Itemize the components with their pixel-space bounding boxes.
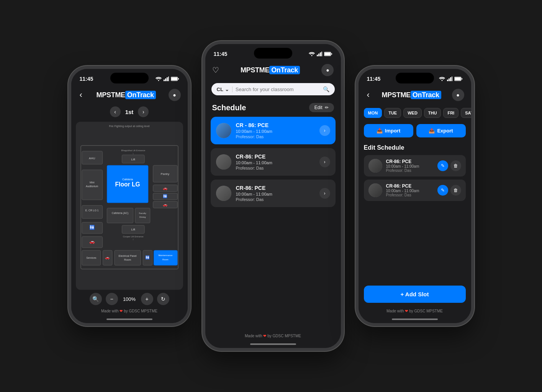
schedule-card-active[interactable]: CR - 86: PCE 10:00am - 11:00am Professor… — [211, 117, 336, 144]
edit-card-room-1: CR-86: PCE — [386, 159, 434, 164]
footer-1: Made with ❤ by GDSC MPSTME — [71, 307, 188, 317]
time-2: 11:45 — [214, 51, 228, 57]
floor-prev-button[interactable]: ‹ — [110, 106, 121, 117]
card-room-2: CR-86: PCE — [236, 154, 315, 160]
svg-rect-2 — [167, 77, 168, 81]
card-info-1: CR - 86: PCE 10:00am - 11:00am Professor… — [236, 122, 315, 139]
add-slot-button[interactable]: + Add Slot — [364, 286, 466, 303]
day-tue[interactable]: TUE — [384, 108, 401, 118]
svg-rect-56 — [317, 55, 318, 56]
phone-1: 11:45 ‹ MPSTMEOnTrack ● ‹ 1st › Fire Fig… — [68, 66, 191, 326]
reset-button[interactable]: ↻ — [157, 293, 169, 305]
svg-text:Dining: Dining — [139, 216, 146, 218]
svg-rect-61 — [324, 52, 331, 56]
export-button[interactable]: 📤 Export — [416, 124, 466, 137]
edit-pencil-button-2[interactable]: ✎ — [437, 185, 448, 196]
edit-button[interactable]: Edit ✏ — [309, 103, 334, 112]
time-3: 11:45 — [367, 76, 381, 82]
day-fri[interactable]: FRI — [443, 108, 458, 118]
edit-avatar-1 — [368, 159, 382, 173]
app-header-1: ‹ MPSTMEOnTrack ● — [71, 86, 188, 105]
floor-navigation: ‹ 1st › — [71, 105, 188, 120]
zoom-out-button[interactable]: − — [106, 293, 118, 305]
search-bar[interactable]: CL ⌄ 🔍 — [211, 83, 335, 95]
svg-rect-6 — [178, 78, 179, 80]
notification-button[interactable]: ♡ — [212, 65, 219, 75]
delete-button-1[interactable]: 🗑 — [450, 160, 461, 171]
settings-button-2[interactable]: ● — [321, 64, 334, 76]
day-mon[interactable]: MON — [364, 108, 382, 118]
search-prefix: CL ⌄ — [217, 87, 233, 92]
wifi-icon-2 — [309, 52, 315, 56]
map-controls: 🔍 − 100% + ↻ — [71, 290, 188, 307]
svg-text:Services: Services — [86, 256, 97, 259]
phone-3: 11:45 ‹ MPSTMEOnTrack ● MON TUE WED THU … — [355, 66, 474, 326]
svg-text:🚻: 🚻 — [162, 194, 167, 199]
schedule-list: CR - 86: PCE 10:00am - 11:00am Professor… — [205, 117, 341, 207]
edit-card-prof-1: Professor: Das — [386, 168, 434, 173]
svg-text:Cooper Lift Entrance: Cooper Lift Entrance — [123, 235, 143, 238]
signal-icon-2 — [317, 52, 322, 56]
battery-icon-3 — [454, 77, 463, 81]
status-icons-2 — [309, 52, 332, 56]
day-thu[interactable]: THU — [424, 108, 441, 118]
delete-button-2[interactable]: 🗑 — [450, 185, 461, 196]
footer-2: Made with ❤ by GDSC MPSTME — [205, 332, 341, 342]
home-indicator-1 — [106, 318, 152, 320]
export-icon: 📤 — [429, 128, 435, 134]
schedule-title: Schedule — [212, 103, 246, 112]
svg-text:🚗: 🚗 — [162, 202, 167, 207]
schedule-header: Schedule Edit ✏ — [205, 100, 341, 117]
svg-text:Room: Room — [162, 258, 169, 261]
import-export-row: 📥 Import 📤 Export — [359, 121, 471, 140]
dynamic-island-2 — [254, 48, 292, 59]
schedule-card-2[interactable]: CR-86: PCE 10:00am - 11:00am Professor: … — [211, 148, 336, 176]
settings-button-3[interactable]: ● — [452, 89, 464, 101]
svg-rect-69 — [462, 78, 462, 80]
edit-card-info-2: CR-86: PCE 10:00am - 11:00am Professor: … — [386, 183, 434, 197]
card-arrow-1: › — [319, 125, 330, 136]
edit-avatar-2 — [368, 183, 382, 197]
zoom-in-button[interactable]: + — [141, 293, 153, 305]
search-input[interactable] — [236, 87, 320, 92]
svg-text:Lift: Lift — [131, 158, 135, 161]
floor-next-button[interactable]: › — [138, 106, 149, 117]
svg-rect-62 — [331, 53, 332, 55]
edit-card-room-2: CR-86: PCE — [386, 183, 434, 189]
home-indicator-2 — [250, 343, 296, 345]
card-time-1: 10:00am - 11:00am — [236, 129, 315, 134]
svg-rect-66 — [452, 77, 452, 81]
edit-card-1: CR-86: PCE 10:00am - 11:00am Professor: … — [364, 155, 466, 176]
app-title-2: MPSTMEOnTrack — [241, 66, 300, 74]
svg-text:🚗: 🚗 — [89, 239, 95, 244]
edit-card-2: CR-86: PCE 10:00am - 11:00am Professor: … — [364, 180, 466, 201]
edit-card-time-1: 10:00am - 11:00am — [386, 164, 434, 168]
zoom-search-button[interactable]: 🔍 — [90, 293, 102, 305]
phone-2: 11:45 ♡ MPSTMEOnTrack ● CL ⌄ 🔍 — [202, 41, 344, 351]
day-wed[interactable]: WED — [403, 108, 422, 118]
edit-pencil-button-1[interactable]: ✎ — [437, 160, 448, 171]
card-avatar-2 — [216, 154, 231, 170]
settings-button-1[interactable]: ● — [169, 89, 181, 101]
svg-rect-3 — [168, 77, 169, 81]
status-icons-3 — [439, 77, 463, 81]
edit-card-info-1: CR-86: PCE 10:00am - 11:00am Professor: … — [386, 159, 434, 173]
svg-text:🚻: 🚻 — [145, 255, 150, 260]
wifi-icon — [156, 77, 162, 81]
card-avatar-3 — [216, 186, 231, 201]
svg-rect-65 — [450, 77, 451, 81]
back-button-3[interactable]: ‹ — [365, 90, 371, 100]
card-prof-2: Professor: Das — [236, 166, 315, 170]
search-container: CL ⌄ 🔍 — [205, 80, 341, 100]
status-icons-1 — [156, 77, 179, 81]
app-title-3: MPSTMEOnTrack — [382, 91, 441, 99]
svg-text:Pantry: Pantry — [160, 172, 169, 176]
back-button-1[interactable]: ‹ — [78, 90, 84, 100]
edit-card-prof-2: Professor: Das — [386, 193, 434, 197]
card-room-3: CR-86: PCE — [236, 185, 315, 191]
schedule-card-3[interactable]: CR-86: PCE 10:00am - 11:00am Professor: … — [211, 180, 336, 207]
import-button[interactable]: 📥 Import — [364, 124, 413, 137]
svg-text:Auditorium: Auditorium — [85, 185, 98, 188]
day-sat[interactable]: SAT — [461, 108, 471, 118]
dynamic-island-3 — [396, 73, 434, 83]
